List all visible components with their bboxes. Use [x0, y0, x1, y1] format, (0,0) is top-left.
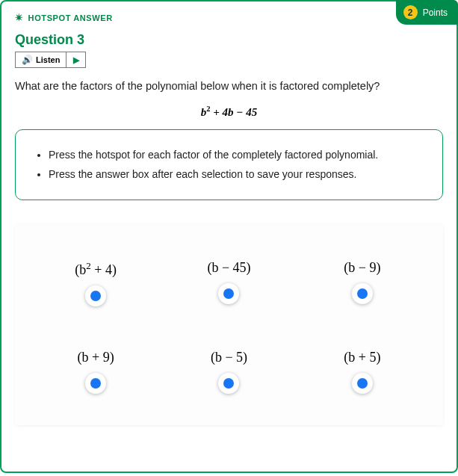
hotspot-button[interactable]: [218, 373, 239, 394]
question-title: Question 3: [15, 32, 443, 48]
option-label: (b − 5): [211, 350, 247, 365]
instruction-item: Press the answer box after each selectio…: [49, 167, 427, 182]
hotspot-button[interactable]: [85, 285, 106, 306]
instructions-list: Press the hotspot for each factor of the…: [37, 148, 427, 182]
question-prompt: What are the factors of the polynomial b…: [15, 78, 443, 94]
option-label: (b − 9): [344, 260, 380, 276]
question-type-text: HOTSPOT ANSWER: [28, 13, 113, 22]
options-grid: (b2 + 4) (b − 45) (b − 9) (b + 9) (b − 5…: [33, 260, 425, 394]
polynomial-expression: b2 + 4b − 45: [15, 105, 443, 119]
listen-label: Listen: [36, 55, 60, 64]
option-label: (b + 5): [344, 350, 380, 365]
option-3: (b − 9): [344, 260, 380, 306]
hotspot-button[interactable]: [218, 283, 239, 304]
play-icon: ▶: [73, 55, 79, 65]
answer-area: (b2 + 4) (b − 45) (b − 9) (b + 9) (b − 5…: [15, 224, 443, 425]
speaker-icon: 🔊: [22, 55, 33, 65]
header-row: ✴ HOTSPOT ANSWER: [15, 12, 443, 23]
hotspot-button[interactable]: [352, 283, 373, 304]
hotspot-button[interactable]: [352, 373, 373, 394]
option-label: (b2 + 4): [75, 260, 117, 278]
option-5: (b − 5): [211, 350, 247, 394]
hotspot-dot-icon: [357, 378, 368, 389]
option-6: (b + 5): [344, 350, 380, 394]
hotspot-dot-icon: [90, 378, 101, 389]
play-button[interactable]: ▶: [66, 52, 86, 68]
hotspot-dot-icon: [357, 288, 368, 299]
option-2: (b − 45): [207, 260, 250, 306]
hotspot-button[interactable]: [85, 373, 106, 394]
question-card: ✴ HOTSPOT ANSWER 2 Points Question 3 🔊 L…: [0, 0, 458, 473]
points-value: 2: [403, 5, 418, 19]
hotspot-type-icon: ✴: [15, 12, 24, 23]
option-1: (b2 + 4): [75, 260, 117, 306]
listen-controls: 🔊 Listen ▶: [15, 52, 443, 68]
option-label: (b − 45): [207, 260, 250, 276]
listen-button[interactable]: 🔊 Listen: [15, 52, 66, 68]
option-label: (b + 9): [78, 350, 114, 365]
hotspot-dot-icon: [90, 291, 101, 301]
hotspot-dot-icon: [223, 378, 234, 389]
instructions-box: Press the hotspot for each factor of the…: [15, 129, 443, 200]
question-type-label: ✴ HOTSPOT ANSWER: [15, 12, 113, 23]
points-badge: 2 Points: [396, 0, 458, 25]
instruction-item: Press the hotspot for each factor of the…: [49, 148, 427, 163]
option-4: (b + 9): [78, 350, 114, 394]
hotspot-dot-icon: [223, 288, 234, 299]
points-label: Points: [423, 7, 448, 18]
